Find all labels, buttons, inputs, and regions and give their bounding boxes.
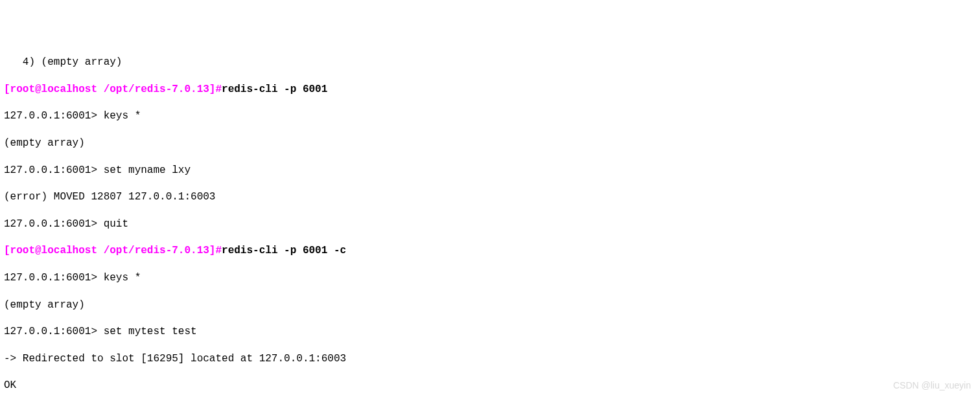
terminal-line: 127.0.0.1:6001> set mytest test — [4, 325, 976, 339]
terminal-line: (empty array) — [4, 137, 976, 150]
terminal-line: 4) (empty array) — [4, 56, 976, 69]
terminal-line-prompt[interactable]: [root@localhost /opt/redis-7.0.13]#redis… — [4, 244, 976, 258]
terminal-line: 127.0.0.1:6001> keys * — [4, 109, 976, 123]
shell-command: redis-cli -p 6001 — [222, 84, 327, 95]
terminal-line-prompt[interactable]: [root@localhost /opt/redis-7.0.13]#redis… — [4, 83, 976, 96]
shell-prompt: [root@localhost /opt/redis-7.0.13]# — [4, 245, 222, 256]
terminal-line: OK — [4, 379, 976, 392]
terminal-line: 127.0.0.1:6001> keys * — [4, 271, 976, 285]
shell-prompt: [root@localhost /opt/redis-7.0.13]# — [4, 84, 222, 95]
terminal-line: -> Redirected to slot [16295] located at… — [4, 352, 976, 366]
terminal-line: 127.0.0.1:6001> set myname lxy — [4, 164, 976, 177]
terminal-line: (empty array) — [4, 299, 976, 312]
watermark-text: CSDN @liu_xueyin — [893, 379, 971, 391]
terminal-line: 127.0.0.1:6001> quit — [4, 218, 976, 231]
shell-command: redis-cli -p 6001 -c — [222, 245, 346, 256]
terminal-line: (error) MOVED 12807 127.0.0.1:6003 — [4, 190, 976, 204]
